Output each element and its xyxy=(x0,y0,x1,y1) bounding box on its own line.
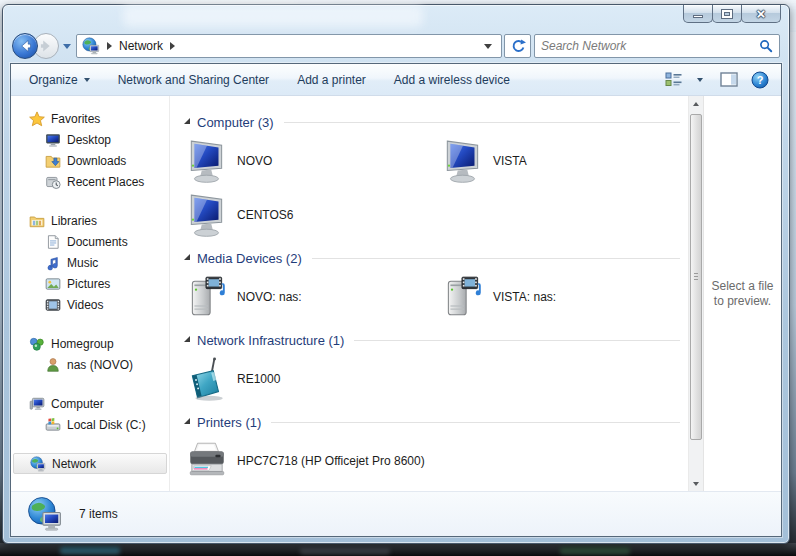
add-printer-label: Add a printer xyxy=(297,73,366,87)
desktop-icon xyxy=(45,132,61,148)
sidebar-item-homegroup[interactable]: Homegroup xyxy=(11,333,169,354)
item-count: 7 items xyxy=(79,507,118,521)
document-icon xyxy=(45,234,61,250)
star-icon xyxy=(29,111,45,127)
sidebar-item-desktop[interactable]: Desktop xyxy=(11,129,169,150)
search-icon[interactable] xyxy=(759,39,773,53)
sidebar-item-favorites[interactable]: Favorites xyxy=(11,108,169,129)
help-icon[interactable]: ? xyxy=(751,71,769,89)
minimize-button[interactable] xyxy=(683,5,713,23)
title-bar[interactable]: × xyxy=(3,5,789,29)
background-taskbar xyxy=(0,543,796,556)
add-printer-button[interactable]: Add a printer xyxy=(297,73,366,87)
router-icon xyxy=(184,356,230,402)
item-vista[interactable]: VISTA xyxy=(440,134,688,188)
preview-message: Select a file to preview. xyxy=(709,279,776,309)
sidebar-item-libraries[interactable]: Libraries xyxy=(11,210,169,231)
section-computer: Computer (3) NOVO VISTA xyxy=(184,112,688,242)
sidebar-label: Downloads xyxy=(67,154,126,168)
change-view-icon[interactable] xyxy=(665,72,682,87)
group-title[interactable]: Media Devices (2) xyxy=(197,251,302,266)
sidebar-item-local-disk-c[interactable]: Local Disk (C:) xyxy=(11,414,169,435)
group-header[interactable]: Computer (3) xyxy=(184,112,688,132)
sidebar-item-downloads[interactable]: Downloads xyxy=(11,150,169,171)
film-icon xyxy=(45,297,61,313)
item-re1000[interactable]: RE1000 xyxy=(184,352,440,406)
item-novo-nas-media[interactable]: NOVO: nas: xyxy=(184,270,440,324)
item-vista-nas-media[interactable]: VISTA: nas: xyxy=(440,270,688,324)
toolbar-right-icons: ? xyxy=(665,71,769,89)
sidebar-item-recent-places[interactable]: Recent Places xyxy=(11,171,169,192)
computer-icon xyxy=(29,396,45,412)
printer-icon xyxy=(184,438,230,484)
organize-label: Organize xyxy=(29,73,78,87)
sidebar-label: Network xyxy=(52,457,96,471)
computer-icon xyxy=(440,138,486,184)
item-printer-hpc7c718[interactable]: HPC7C718 (HP Officejet Pro 8600) xyxy=(184,434,440,488)
views-dropdown-icon[interactable] xyxy=(697,78,703,82)
sidebar-label: nas (NOVO) xyxy=(67,358,133,372)
navigation-bar: Network xyxy=(3,29,789,63)
collapse-triangle-icon[interactable] xyxy=(184,418,190,424)
maximize-button[interactable] xyxy=(712,5,742,23)
recent-pages-dropdown[interactable] xyxy=(63,44,71,49)
vertical-scrollbar[interactable] xyxy=(688,96,703,491)
preview-pane-toggle-icon[interactable] xyxy=(720,72,738,87)
back-arrow-icon xyxy=(13,33,37,59)
scrollbar-thumb[interactable] xyxy=(690,114,702,440)
blurred-taskbar-item xyxy=(560,546,630,554)
group-header[interactable]: Printers (1) xyxy=(184,412,688,432)
scrollbar-track[interactable] xyxy=(689,111,703,476)
homegroup-icon xyxy=(29,336,45,352)
collapse-triangle-icon[interactable] xyxy=(184,254,190,260)
group-title[interactable]: Network Infrastructure (1) xyxy=(197,333,344,348)
network-sharing-center-button[interactable]: Network and Sharing Center xyxy=(118,73,269,87)
breadcrumb-network[interactable]: Network xyxy=(119,39,163,53)
address-dropdown-icon[interactable] xyxy=(484,44,492,49)
group-rule xyxy=(284,122,680,123)
breadcrumb-arrow-icon[interactable] xyxy=(170,42,175,50)
client-area: Organize Network and Sharing Center Add … xyxy=(10,63,782,537)
breadcrumb-arrow-icon[interactable] xyxy=(107,42,112,50)
group-title[interactable]: Computer (3) xyxy=(197,115,274,130)
sidebar-item-videos[interactable]: Videos xyxy=(11,294,169,315)
group-header[interactable]: Media Devices (2) xyxy=(184,248,688,268)
close-button[interactable]: × xyxy=(741,5,781,23)
item-label: HPC7C718 (HP Officejet Pro 8600) xyxy=(237,454,425,468)
collapse-triangle-icon[interactable] xyxy=(184,118,190,124)
scroll-down-button[interactable] xyxy=(689,476,703,491)
sidebar-item-pictures[interactable]: Pictures xyxy=(11,273,169,294)
favorites-group: Favorites Desktop Downloads xyxy=(11,108,169,192)
sidebar-item-nas-novo[interactable]: nas (NOVO) xyxy=(11,354,169,375)
sidebar-label: Desktop xyxy=(67,133,111,147)
group-title[interactable]: Printers (1) xyxy=(197,415,261,430)
sidebar-item-music[interactable]: Music xyxy=(11,252,169,273)
item-label: RE1000 xyxy=(237,372,280,386)
item-centos6[interactable]: CENTOS6 xyxy=(184,188,440,242)
computer-group: Computer Local Disk (C:) xyxy=(11,393,169,435)
sidebar-item-network[interactable]: Network xyxy=(13,453,167,474)
scroll-up-button[interactable] xyxy=(689,96,703,111)
group-header[interactable]: Network Infrastructure (1) xyxy=(184,330,688,350)
network-sharing-label: Network and Sharing Center xyxy=(118,73,269,87)
sidebar-item-documents[interactable]: Documents xyxy=(11,231,169,252)
address-bar[interactable]: Network xyxy=(76,34,502,58)
item-label: NOVO xyxy=(237,154,272,168)
search-input[interactable] xyxy=(541,39,759,53)
refresh-icon xyxy=(510,38,526,54)
preview-pane: Select a file to preview. xyxy=(703,96,781,491)
add-wireless-device-button[interactable]: Add a wireless device xyxy=(394,73,510,87)
computer-icon xyxy=(184,138,230,184)
organize-menu[interactable]: Organize xyxy=(29,73,90,87)
network-group: Network xyxy=(11,453,169,474)
item-novo[interactable]: NOVO xyxy=(184,134,440,188)
back-button[interactable] xyxy=(12,33,38,59)
libraries-icon xyxy=(29,213,45,229)
collapse-triangle-icon[interactable] xyxy=(184,336,190,342)
search-box[interactable] xyxy=(534,34,780,58)
network-globe-icon xyxy=(27,496,63,532)
sidebar-item-computer[interactable]: Computer xyxy=(11,393,169,414)
refresh-button[interactable] xyxy=(504,34,531,58)
svg-text:?: ? xyxy=(757,74,764,86)
blurred-taskbar-item xyxy=(300,546,390,554)
